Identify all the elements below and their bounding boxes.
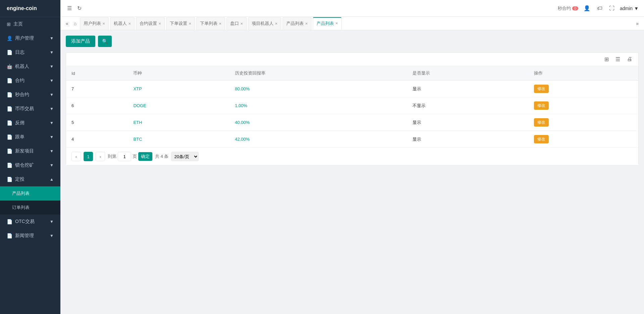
edit-button-1[interactable]: 修改 bbox=[534, 101, 549, 110]
sidebar-item-follow-order[interactable]: 📄 跟单 ▼ bbox=[0, 130, 60, 144]
refresh-icon[interactable]: ↻ bbox=[76, 4, 83, 13]
tag-icon[interactable]: 🏷 bbox=[596, 4, 604, 13]
sidebar-item-contract[interactable]: 📄 合约 ▼ bbox=[0, 74, 60, 88]
sidebar-item-lock-mine[interactable]: 📄 锁仓挖矿 ▼ bbox=[0, 158, 60, 172]
sidebar-item-home[interactable]: ⊞ 主页 bbox=[0, 17, 60, 31]
tab-market-close[interactable]: ✕ bbox=[240, 22, 243, 26]
follow-order-icon: 📄 bbox=[7, 134, 12, 140]
table-row: 7 XTP 80.00% 显示 修改 bbox=[66, 81, 638, 97]
tab-user-list-close[interactable]: ✕ bbox=[102, 22, 105, 26]
tab-project-robot[interactable]: 项目机器人 ✕ bbox=[248, 17, 281, 30]
sidebar-item-contract-label: 合约 bbox=[15, 78, 24, 84]
user-mgmt-icon: 👤 bbox=[7, 36, 12, 41]
fullscreen-icon[interactable]: ⛶ bbox=[608, 4, 616, 13]
tab-order-list-label: 下单列表 bbox=[200, 20, 217, 27]
sidebar-item-user-mgmt[interactable]: 👤 用户管理 ▼ bbox=[0, 31, 60, 45]
tab-user-list[interactable]: 用户列表 ✕ bbox=[80, 17, 109, 30]
tab-robot[interactable]: 机器人 ✕ bbox=[110, 17, 135, 30]
sidebar-item-fixed-invest[interactable]: 📄 定投 ▲ bbox=[0, 172, 60, 186]
cell-coin-1: DOGE bbox=[128, 97, 230, 114]
tab-order-settings-close[interactable]: ✕ bbox=[189, 22, 191, 26]
cell-coin-3: BTC bbox=[128, 131, 230, 148]
cell-action-1: 修改 bbox=[529, 97, 638, 114]
table-view-print-button[interactable]: 🖨 bbox=[625, 55, 634, 63]
app-logo: engine-coin bbox=[0, 0, 60, 17]
new-project-icon: 📄 bbox=[7, 148, 12, 154]
goto-confirm-button[interactable]: 确定 bbox=[138, 152, 152, 161]
fixed-invest-icon: 📄 bbox=[7, 177, 12, 182]
sidebar-item-rebate-label: 反佣 bbox=[15, 120, 24, 126]
sidebar-item-product-list[interactable]: 产品列表 bbox=[0, 186, 60, 200]
lock-mine-icon: 📄 bbox=[7, 163, 12, 168]
pagination-page-1[interactable]: 1 bbox=[84, 152, 93, 161]
sidebar-item-new-project[interactable]: 📄 新发项目 ▼ bbox=[0, 144, 60, 158]
sidebar-item-log-label: 日志 bbox=[15, 49, 24, 55]
edit-button-2[interactable]: 修改 bbox=[534, 118, 549, 127]
tabs-prev-button[interactable]: « bbox=[63, 19, 71, 28]
sidebar-item-order-list[interactable]: 订单列表 bbox=[0, 200, 60, 215]
tab-robot-label: 机器人 bbox=[114, 20, 127, 27]
search-button[interactable]: 🔍 bbox=[98, 36, 112, 47]
goto-input[interactable] bbox=[118, 152, 131, 161]
menu-collapse-icon[interactable]: ☰ bbox=[66, 4, 73, 13]
flash-deal-badge: 0 bbox=[572, 6, 578, 10]
tab-product-list-prev-close[interactable]: ✕ bbox=[305, 22, 308, 26]
flash-deal-label: 秒合约 bbox=[558, 5, 571, 11]
pagination-goto: 到第 页 确定 bbox=[108, 152, 152, 161]
table-row: 5 ETH 40.00% 显示 修改 bbox=[66, 114, 638, 131]
sidebar-item-news-mgmt[interactable]: 📄 新闻管理 ▼ bbox=[0, 229, 60, 243]
log-arrow: ▼ bbox=[50, 50, 54, 55]
tab-order-list[interactable]: 下单列表 ✕ bbox=[196, 17, 225, 30]
table-header-row: Id 币种 历史投资回报率 是否显示 操作 bbox=[66, 66, 638, 81]
edit-button-3[interactable]: 修改 bbox=[534, 135, 549, 143]
tab-product-list-active-label: 产品列表 bbox=[316, 20, 334, 27]
user-menu[interactable]: admin ▼ bbox=[620, 6, 639, 11]
sidebar-item-log[interactable]: 📄 日志 ▼ bbox=[0, 45, 60, 59]
tab-order-list-close[interactable]: ✕ bbox=[219, 22, 221, 26]
product-table-container: ⊞ ☰ 🖨 Id 币种 历史投资回报率 是否显示 操作 7 bbox=[66, 52, 639, 166]
tab-contract-settings-close[interactable]: ✕ bbox=[158, 22, 161, 26]
sidebar-item-coin-trade-label: 币币交易 bbox=[15, 106, 34, 112]
tab-market[interactable]: 盘口 ✕ bbox=[227, 17, 247, 30]
tab-project-robot-close[interactable]: ✕ bbox=[275, 22, 278, 26]
sidebar-item-home-label: 主页 bbox=[13, 21, 23, 27]
pagination-next-button[interactable]: › bbox=[96, 152, 105, 161]
sidebar: engine-coin ⊞ 主页 👤 用户管理 ▼ 📄 日志 ▼ bbox=[0, 0, 60, 314]
tab-contract-settings[interactable]: 合约设置 ✕ bbox=[136, 17, 165, 30]
tab-order-settings[interactable]: 下单设置 ✕ bbox=[166, 17, 195, 30]
coin-trade-arrow: ▼ bbox=[50, 106, 54, 111]
tabs-more-button[interactable]: » bbox=[633, 19, 641, 28]
add-product-button[interactable]: 添加产品 bbox=[66, 36, 95, 47]
username-label: admin bbox=[620, 6, 633, 11]
news-mgmt-icon: 📄 bbox=[7, 233, 12, 238]
sidebar-item-otc[interactable]: 📄 OTC交易 ▼ bbox=[0, 215, 60, 229]
tab-robot-close[interactable]: ✕ bbox=[128, 22, 131, 26]
goto-label: 到第 bbox=[108, 153, 116, 160]
news-mgmt-arrow: ▼ bbox=[50, 233, 54, 238]
tab-product-list-active-close[interactable]: ✕ bbox=[335, 21, 338, 25]
tab-market-label: 盘口 bbox=[230, 20, 239, 27]
tab-product-list-active[interactable]: 产品列表 ✕ bbox=[313, 17, 342, 30]
page-size-select[interactable]: 10条/页 20条/页 50条/页 100条/页 bbox=[171, 152, 199, 161]
table-view-grid-button[interactable]: ⊞ bbox=[602, 55, 611, 63]
sidebar-item-otc-label: OTC交易 bbox=[15, 219, 35, 225]
table-row: 6 DOGE 1.00% 不显示 修改 bbox=[66, 97, 638, 114]
new-project-arrow: ▼ bbox=[50, 149, 54, 153]
tab-product-list-prev[interactable]: 产品列表 ✕ bbox=[283, 17, 311, 30]
avatar-icon[interactable]: 👤 bbox=[582, 4, 592, 13]
table-view-toolbar: ⊞ ☰ 🖨 bbox=[66, 53, 638, 66]
tabs-home-button[interactable]: ⌂ bbox=[71, 19, 79, 28]
pagination-bar: ‹ 1 › 到第 页 确定 共 4 条 10条/页 20条/页 50条/页 10… bbox=[66, 147, 638, 165]
sidebar-item-flash-contract[interactable]: 📄 秒合约 ▼ bbox=[0, 88, 60, 102]
cell-display-1: 不显示 bbox=[407, 97, 529, 114]
pagination-prev-button[interactable]: ‹ bbox=[71, 152, 81, 161]
sidebar-item-fixed-invest-label: 定投 bbox=[15, 176, 24, 182]
flash-deal-button[interactable]: 秒合约 0 bbox=[558, 5, 578, 11]
table-view-list-button[interactable]: ☰ bbox=[613, 55, 622, 63]
cell-id-3: 4 bbox=[66, 131, 128, 148]
edit-button-0[interactable]: 修改 bbox=[534, 85, 549, 93]
sidebar-item-rebate[interactable]: 📄 反佣 ▼ bbox=[0, 116, 60, 130]
flash-contract-icon: 📄 bbox=[7, 92, 12, 97]
sidebar-item-coin-trade[interactable]: 📄 币币交易 ▼ bbox=[0, 102, 60, 116]
sidebar-item-robot[interactable]: 🤖 机器人 ▼ bbox=[0, 59, 60, 74]
